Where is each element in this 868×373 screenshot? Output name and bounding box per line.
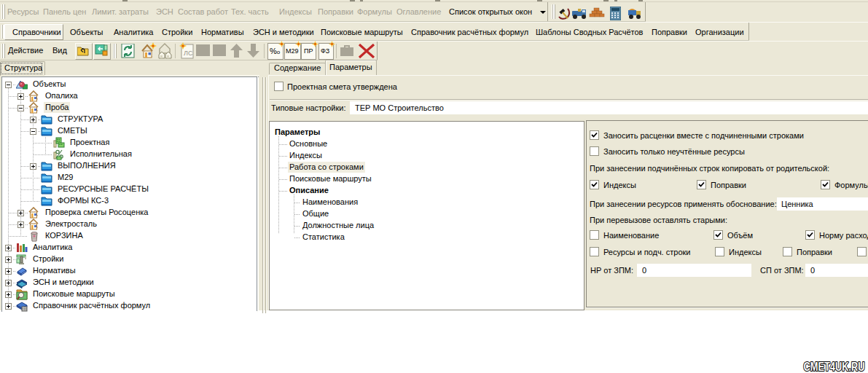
svg-text:CMET4UK.RU: CMET4UK.RU — [804, 361, 865, 373]
svg-text:ЛС: ЛС — [184, 50, 193, 57]
